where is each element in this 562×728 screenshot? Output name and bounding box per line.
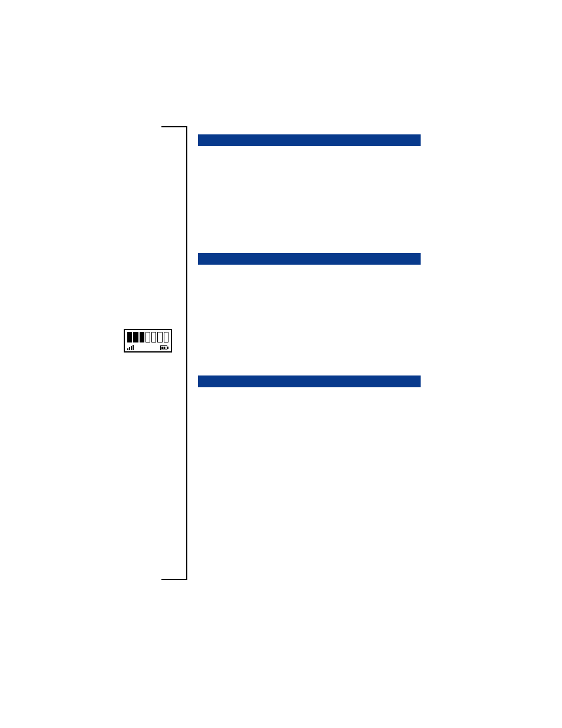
- svg-rect-3: [164, 347, 166, 349]
- section-bar-3: [198, 375, 421, 387]
- phone-display: [124, 329, 172, 353]
- bracket-top-line: [161, 126, 187, 127]
- bracket-vertical-line: [186, 126, 187, 580]
- volume-segment: [127, 332, 132, 342]
- page: [0, 0, 562, 728]
- svg-rect-2: [161, 347, 163, 349]
- volume-segments: [127, 332, 168, 342]
- bracket-bottom-line: [161, 579, 187, 580]
- volume-segment: [151, 332, 156, 342]
- signal-icon: [127, 344, 135, 350]
- battery-icon: [160, 345, 168, 350]
- volume-segment: [164, 332, 168, 342]
- section-bar-2: [198, 253, 421, 265]
- volume-segment: [140, 332, 144, 342]
- section-bar-1: [198, 134, 421, 146]
- volume-segment: [157, 332, 162, 342]
- volume-segment: [146, 332, 150, 342]
- volume-segment: [133, 332, 138, 342]
- svg-rect-1: [167, 347, 168, 349]
